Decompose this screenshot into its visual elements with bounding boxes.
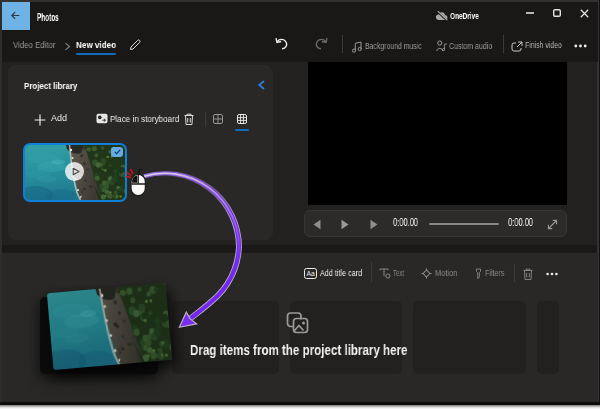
svg-text:Aa: Aa: [306, 270, 315, 277]
